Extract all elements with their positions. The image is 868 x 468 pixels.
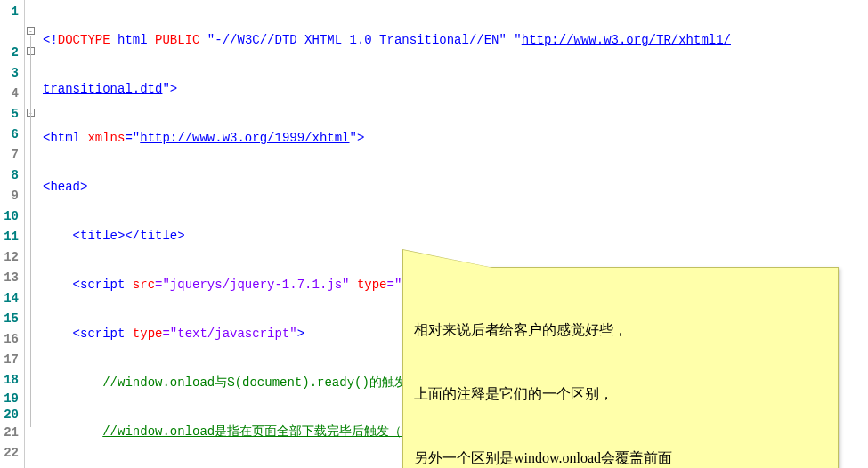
line-number: 3 bbox=[2, 63, 19, 84]
fold-guide bbox=[30, 36, 31, 427]
code-line: transitional.dtd"> bbox=[43, 79, 868, 100]
line-number: 20 bbox=[2, 407, 19, 423]
line-number: 21 bbox=[2, 423, 19, 443]
line-number: 5 bbox=[2, 104, 19, 125]
line-number: 10 bbox=[2, 206, 19, 227]
line-number: 16 bbox=[2, 329, 19, 350]
line-number: 4 bbox=[2, 84, 19, 104]
sticky-note[interactable]: 相对来说后者给客户的感觉好些， 上面的注释是它们的一个区别， 另外一个区别是wi… bbox=[402, 267, 839, 468]
code-line: <html xmlns="http://www.w3.org/1999/xhtm… bbox=[43, 128, 868, 149]
note-line: 上面的注释是它们的一个区别， bbox=[414, 383, 827, 405]
line-number: 6 bbox=[2, 125, 19, 145]
line-number: 13 bbox=[2, 268, 19, 288]
code-area[interactable]: <!DOCTYPE html PUBLIC "-//W3C//DTD XHTML… bbox=[37, 0, 868, 468]
code-line: <title></title> bbox=[43, 226, 868, 246]
line-number: 22 bbox=[2, 443, 19, 464]
line-number: 14 bbox=[2, 288, 19, 309]
line-number: 2 bbox=[2, 43, 19, 63]
code-editor: 1 2 3 4 5 6 7 8 9 10 11 12 13 14 15 16 1… bbox=[0, 0, 868, 468]
code-line: <head> bbox=[43, 177, 868, 198]
line-number: 19 bbox=[2, 391, 19, 407]
code-line: <!DOCTYPE html PUBLIC "-//W3C//DTD XHTML… bbox=[43, 30, 868, 51]
line-gutter: 1 2 3 4 5 6 7 8 9 10 11 12 13 14 15 16 1… bbox=[0, 0, 25, 468]
line-number: 18 bbox=[2, 370, 19, 391]
note-line: 相对来说后者给客户的感觉好些， bbox=[414, 319, 827, 341]
fold-toggle[interactable]: - bbox=[27, 27, 35, 35]
line-number: 17 bbox=[2, 350, 19, 370]
line-number: 15 bbox=[2, 309, 19, 329]
line-number: 7 bbox=[2, 145, 19, 165]
line-number bbox=[2, 22, 19, 43]
line-number: 8 bbox=[2, 165, 19, 186]
line-number: 11 bbox=[2, 227, 19, 247]
line-number: 9 bbox=[2, 186, 19, 206]
note-line: 另外一个区别是window.onload会覆盖前面 bbox=[414, 448, 827, 468]
line-number: 12 bbox=[2, 247, 19, 268]
fold-column: - - - bbox=[25, 0, 37, 468]
line-number: 1 bbox=[2, 2, 19, 22]
